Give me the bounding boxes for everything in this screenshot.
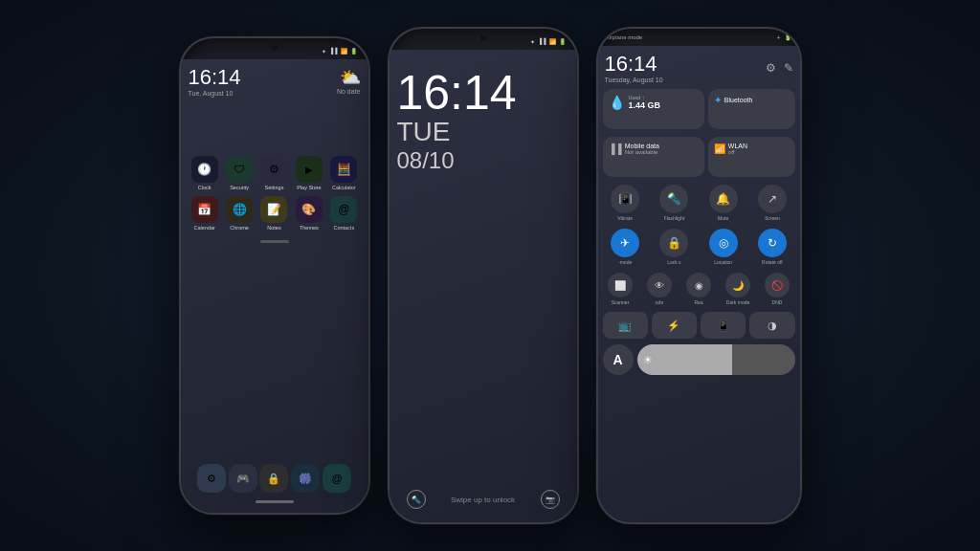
app-icon-notes[interactable]: 📝 bbox=[260, 196, 287, 223]
cc-memory-tile[interactable]: 💧 Used ↑ 1.44 GB bbox=[603, 89, 704, 129]
app-calculator[interactable]: 🧮 Calculator bbox=[329, 156, 358, 190]
notch-lock bbox=[480, 35, 486, 41]
location-btn[interactable]: ◎ bbox=[709, 229, 738, 257]
phone-lock: ✦ ▐▐ 📶 🔋 16:14 TUE 08/10 🔦 Swipe up to u… bbox=[388, 27, 579, 524]
toggle-rea[interactable]: ◉ Rea bbox=[681, 273, 717, 305]
rea-btn[interactable]: ◉ bbox=[686, 273, 711, 298]
cc-time-date: 16:14 Tuesday, August 10 bbox=[605, 52, 663, 83]
app-icon-clock[interactable]: 🕐 bbox=[191, 156, 218, 183]
bluetooth-icon: ✦ bbox=[322, 48, 326, 55]
toggle-flashlight[interactable]: 🔦 Flashlight bbox=[652, 185, 697, 221]
app-security[interactable]: 🛡 Security bbox=[225, 156, 254, 190]
app-contacts[interactable]: @ Contacts bbox=[329, 196, 358, 231]
app-icon-contacts[interactable]: @ bbox=[330, 196, 357, 223]
toggle-rotate[interactable]: ↻ Rotate off bbox=[749, 229, 794, 265]
cc-mobile-data-tile[interactable]: ▐▐ Mobile data Not available bbox=[603, 137, 704, 177]
toggle-location[interactable]: ◎ Location bbox=[701, 229, 746, 265]
scanner-btn[interactable]: ⬜ bbox=[608, 273, 633, 298]
toggle-ode[interactable]: 👁 ode bbox=[642, 273, 678, 305]
app-themes[interactable]: 🎨 Themes bbox=[295, 196, 323, 231]
app-clock[interactable]: 🕐 Clock bbox=[190, 156, 219, 190]
dock-gallery[interactable]: 🎆 bbox=[291, 464, 320, 493]
dnd-btn[interactable]: 🚫 bbox=[765, 273, 790, 298]
location-label: Location bbox=[714, 259, 732, 265]
darkmode-btn[interactable]: 🌙 bbox=[725, 273, 750, 298]
status-bar-home: ✦ ▐▐ 📶 🔋 bbox=[181, 38, 368, 59]
lock-label: Lock s bbox=[667, 259, 680, 265]
lock-time: 16:14 bbox=[397, 69, 569, 117]
wifi-icon: 📶 bbox=[341, 48, 347, 55]
toggle-lock[interactable]: 🔒 Lock s bbox=[652, 229, 697, 265]
power-btn[interactable]: ⚡ bbox=[652, 312, 697, 339]
toggle-screen[interactable]: ↗ Screen bbox=[749, 185, 794, 221]
app-icon-playstore[interactable]: ▶ bbox=[296, 156, 323, 183]
vibrate-btn[interactable]: 📳 bbox=[611, 185, 639, 213]
memory-icon: 💧 bbox=[609, 95, 625, 110]
bluetooth-tile-content: ✦ Bluetooth bbox=[714, 95, 790, 105]
bluetooth-tile-icon: ✦ bbox=[714, 95, 722, 105]
status-bar-lock: ✦ ▐▐ 📶 🔋 bbox=[390, 29, 577, 50]
font-button[interactable]: A bbox=[603, 344, 634, 375]
flashlight-button[interactable]: 🔦 bbox=[407, 490, 426, 509]
flashlight-btn[interactable]: 🔦 bbox=[659, 185, 688, 213]
mobile-data-sub: Not available bbox=[625, 149, 659, 155]
lock-screen: 16:14 TUE 08/10 🔦 Swipe up to unlock 📷 bbox=[390, 50, 577, 522]
app-calendar[interactable]: 📅 Calendar bbox=[190, 196, 219, 231]
lock-day: TUE bbox=[397, 117, 569, 147]
app-icon-themes[interactable]: 🎨 bbox=[296, 196, 323, 223]
app-icon-chrome[interactable]: 🌐 bbox=[226, 196, 253, 223]
cc-header: 16:14 Tuesday, August 10 ⚙ ✎ bbox=[603, 50, 795, 85]
toggle-scanner[interactable]: ⬜ Scanner bbox=[603, 273, 638, 305]
app-icon-calc[interactable]: 🧮 bbox=[330, 156, 357, 183]
settings-cc-icon[interactable]: ⚙ bbox=[766, 61, 776, 75]
memory-info: Used ↑ 1.44 GB bbox=[629, 95, 661, 110]
dock-lock[interactable]: 🔒 bbox=[259, 464, 288, 493]
app-icon-calendar[interactable]: 📅 bbox=[191, 196, 218, 223]
app-icon-security[interactable]: 🛡 bbox=[226, 156, 253, 183]
cc-bottom-row: 📺 ⚡ 📱 ◑ bbox=[603, 312, 795, 339]
circle-btn[interactable]: ◑ bbox=[749, 312, 794, 339]
flashlight-label: Flashlight bbox=[664, 215, 684, 221]
wlan-label: WLAN bbox=[728, 143, 747, 149]
edit-cc-icon[interactable]: ✎ bbox=[784, 61, 793, 75]
toggle-vibrate[interactable]: 📳 Vibrate bbox=[603, 185, 648, 221]
lock-btn[interactable]: 🔒 bbox=[659, 229, 688, 257]
cc-bluetooth-tile[interactable]: ✦ Bluetooth bbox=[708, 89, 795, 129]
dock-games[interactable]: 🎮 bbox=[229, 464, 257, 493]
battery-icon-lock: 🔋 bbox=[559, 38, 566, 45]
toggle-airplane[interactable]: ✈ -mode bbox=[603, 229, 648, 265]
cc-wlan-tile[interactable]: 📶 WLAN off bbox=[708, 137, 795, 177]
toggle-darkmode[interactable]: 🌙 Dark mode bbox=[721, 273, 756, 305]
plus-icon: + bbox=[776, 34, 780, 41]
toggle-dnd[interactable]: 🚫 DND bbox=[760, 273, 795, 305]
rotate-label: Rotate off bbox=[762, 259, 783, 265]
memory-value: 1.44 GB bbox=[629, 100, 661, 110]
airplane-btn[interactable]: ✈ bbox=[611, 229, 639, 257]
mute-btn[interactable]: 🔔 bbox=[709, 185, 738, 213]
airplane-mode-label: Airplane mode bbox=[606, 34, 643, 40]
rotate-btn[interactable]: ↻ bbox=[758, 229, 787, 257]
cast-btn[interactable]: 📺 bbox=[603, 312, 648, 339]
wlan-info: WLAN off bbox=[728, 143, 747, 155]
brightness-slider[interactable]: ☀ bbox=[637, 344, 795, 375]
bluetooth-label: Bluetooth bbox=[724, 97, 753, 103]
mute-label: Mute bbox=[718, 215, 728, 221]
toggle-mute[interactable]: 🔔 Mute bbox=[701, 185, 746, 221]
camera-button[interactable]: 📷 bbox=[541, 490, 560, 509]
dock-settings[interactable]: ⚙ bbox=[197, 464, 226, 493]
scanner-label: Scanner bbox=[612, 299, 630, 305]
mobile-btn[interactable]: 📱 bbox=[701, 312, 746, 339]
app-settings[interactable]: ⚙ Settings bbox=[259, 156, 288, 190]
battery-icon: 🔋 bbox=[350, 48, 357, 55]
cc-toggle-row1: 📳 Vibrate 🔦 Flashlight 🔔 Mute ↗ Screen bbox=[603, 185, 795, 221]
ode-btn[interactable]: 👁 bbox=[647, 273, 672, 298]
app-playstore[interactable]: ▶ Play Store bbox=[295, 156, 323, 190]
app-icon-settings[interactable]: ⚙ bbox=[260, 156, 287, 183]
font-label: A bbox=[612, 352, 622, 367]
flashlight-icon: 🔦 bbox=[412, 496, 421, 504]
dock-contacts[interactable]: @ bbox=[323, 464, 351, 493]
airplane-label: -mode bbox=[618, 259, 632, 265]
screen-btn[interactable]: ↗ bbox=[758, 185, 787, 213]
app-notes[interactable]: 📝 Notes bbox=[259, 196, 288, 231]
app-chrome[interactable]: 🌐 Chrome bbox=[225, 196, 254, 231]
